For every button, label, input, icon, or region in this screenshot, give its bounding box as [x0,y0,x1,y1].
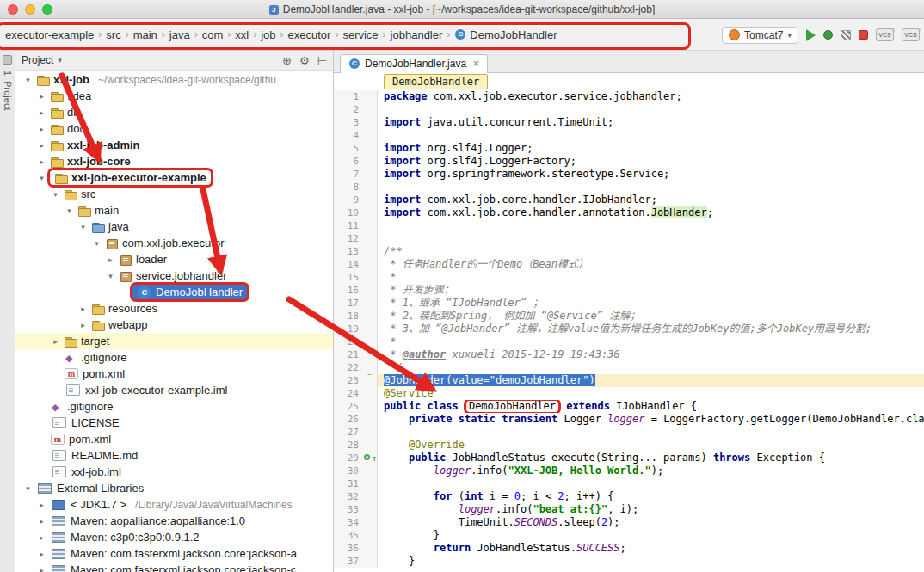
tree-item-external-libraries[interactable]: ▾External Libraries [15,480,333,496]
tree-item-idea[interactable]: ▸.idea [15,88,333,104]
tree-item-db[interactable]: ▸db [15,104,333,120]
chevron-right-icon[interactable]: ▸ [36,533,47,542]
tree-item-pom-xml[interactable]: pom.xml [15,431,333,447]
code-text[interactable] [378,129,924,142]
code-text[interactable]: @Service [378,387,924,400]
chevron-down-icon[interactable]: ▾ [105,272,116,280]
code-text[interactable]: * 开发步骤： [378,284,924,297]
breadcrumb-jobhandler[interactable]: jobhandler [387,26,447,44]
code-text[interactable]: import org.slf4j.Logger; [378,142,924,155]
debug-button[interactable] [823,30,833,40]
code-text[interactable]: logger.info("beat at:{}", i); [378,503,924,516]
tree-item-resources[interactable]: ▸resources [15,300,333,317]
tree-item-license[interactable]: LICENSE [15,415,333,431]
tree-item-target[interactable]: ▸target [15,333,333,349]
vcs-update-button[interactable]: VCS [876,28,894,41]
tree-item-gitignore[interactable]: .gitignore [15,349,333,366]
breadcrumb-job[interactable]: job [257,26,279,44]
breadcrumb-service[interactable]: service [339,26,381,44]
tree-item-maven-com-fasterxml-jackson-core-jackson-a[interactable]: ▸Maven: com.fasterxml.jackson.core:jacks… [15,545,333,562]
close-icon[interactable] [473,58,479,70]
tree-item-java[interactable]: ▾java [15,218,333,235]
tree-item-loader[interactable]: ▸loader [15,251,333,268]
chevron-right-icon[interactable]: ▸ [36,550,47,558]
code-text[interactable] [378,426,924,439]
tree-item-jdk1-7[interactable]: ▸< JDK1.7 >/Library/Java/JavaVirtualMach… [15,496,333,513]
code-text[interactable]: for (int i = 0; i < 2; i++) { [378,490,924,503]
breadcrumb-executor-example[interactable]: executor-example [2,26,97,44]
tree-item-readme-md[interactable]: README.md [15,447,333,464]
tree-item-pom-xml[interactable]: pom.xml [15,366,333,382]
tree-item-gitignore[interactable]: .gitignore [15,398,333,415]
code-text[interactable] [378,232,924,245]
chevron-down-icon[interactable]: ▾ [64,206,75,215]
tree-item-main[interactable]: ▾main [15,202,333,218]
override-arrow-icon[interactable] [372,452,377,464]
code-text[interactable]: return JobHandleStatus.SUCCESS; [378,542,924,555]
chevron-right-icon[interactable]: ▸ [36,157,47,166]
tab-demojobhandler-java[interactable]: DemoJobHandler.java [340,54,488,73]
breadcrumb-chip[interactable]: DemoJobHandler [384,74,488,89]
tree-item-src[interactable]: ▾src [15,186,333,202]
zoom-window-button[interactable] [42,4,52,15]
chevron-down-icon[interactable]: ▾ [36,174,47,182]
project-view-dropdown[interactable]: Project [22,54,62,66]
chevron-right-icon[interactable]: ▸ [36,125,47,133]
stop-button[interactable] [859,30,868,40]
tree-item-xxl-job-executor-example-iml[interactable]: xxl-job-executor-example.iml [15,382,333,398]
tree-item-xxl-job-admin[interactable]: ▸xxl-job-admin [15,137,333,153]
code-text[interactable]: * [378,271,924,284]
gear-icon[interactable] [299,54,310,67]
breadcrumb-demojobhandler[interactable]: DemoJobHandler [451,26,560,44]
code-text[interactable]: /** [378,245,924,258]
breadcrumb-main[interactable]: main [130,26,161,44]
code-text[interactable]: private static transient Logger logger =… [378,413,924,426]
code-text[interactable]: * [378,335,924,348]
code-text[interactable] [378,103,924,116]
tree-item-xxl-job-executor-example[interactable]: ▾xxl-job-executor-example [15,169,333,186]
code-text[interactable]: import com.xxl.job.core.handler.annotati… [378,206,924,219]
tree-item-maven-c3p0-c3p0-0-9-1-2[interactable]: ▸Maven: c3p0:c3p0:0.9.1.2 [15,529,333,545]
chevron-down-icon[interactable]: ▾ [22,484,34,493]
chevron-right-icon[interactable]: ▸ [36,501,47,509]
chevron-down-icon[interactable]: ▾ [77,223,89,231]
code-text[interactable]: import org.springframework.stereotype.Se… [378,168,924,181]
chevron-right-icon[interactable]: ▸ [36,517,47,526]
code-text[interactable]: import com.xxl.job.core.handler.IJobHand… [378,194,924,206]
code-text[interactable] [378,219,924,232]
code-text[interactable]: public JobHandleStatus execute(String...… [378,452,924,464]
minimize-window-button[interactable] [25,4,35,15]
chevron-right-icon[interactable]: ▸ [77,304,89,313]
code-text[interactable]: logger.info("XXL-JOB, Hello World."); [378,464,924,477]
code-text[interactable]: * @author xuxueli 2015-12-19 19:43:36 [378,348,924,361]
code-text[interactable]: } [378,555,924,568]
breadcrumb-xxl[interactable]: xxl [231,26,252,44]
chevron-down-icon[interactable]: ▾ [50,190,61,199]
hide-panel-icon[interactable] [317,54,327,67]
code-text[interactable]: @Override [378,439,924,452]
chevron-down-icon[interactable]: ▾ [91,239,102,248]
code-text[interactable] [378,181,924,194]
vcs-commit-button[interactable]: VCS [902,28,920,41]
code-text[interactable]: * 1、继承 “IJobHandler” ； [378,297,924,310]
tree-item-webapp[interactable]: ▸webapp [15,317,333,333]
code-text[interactable]: * 3、加 “@JobHander” 注解，注解value值为新增任务生成的Jo… [378,323,924,335]
chevron-down-icon[interactable]: ▾ [22,76,34,84]
code-text[interactable]: import java.util.concurrent.TimeUnit; [378,116,924,129]
chevron-right-icon[interactable]: ▸ [105,255,116,264]
code-text[interactable]: public class DemoJobHandler extends IJob… [378,400,924,413]
locate-icon[interactable] [282,54,292,67]
chevron-right-icon[interactable]: ▸ [77,321,89,329]
chevron-right-icon[interactable]: ▸ [36,141,47,150]
tree-item-maven-com-fasterxml-jackson-core-jackson-c[interactable]: ▸Maven: com.fasterxml.jackson.core:jacks… [15,562,333,572]
chevron-right-icon[interactable]: ▸ [50,337,61,346]
chevron-right-icon[interactable]: ▸ [36,92,47,101]
override-ring-icon[interactable] [364,454,370,460]
tree-item-doc[interactable]: ▸doc [15,120,333,137]
project-tool-button[interactable]: 1: Project [3,71,13,110]
code-text[interactable] [378,477,924,490]
code-text[interactable]: @JobHander(value="demoJobHandler") [378,374,924,387]
coverage-button[interactable] [841,30,851,40]
code-text[interactable]: TimeUnit.SECONDS.sleep(2); [378,516,924,529]
chevron-right-icon[interactable]: ▸ [36,566,47,572]
